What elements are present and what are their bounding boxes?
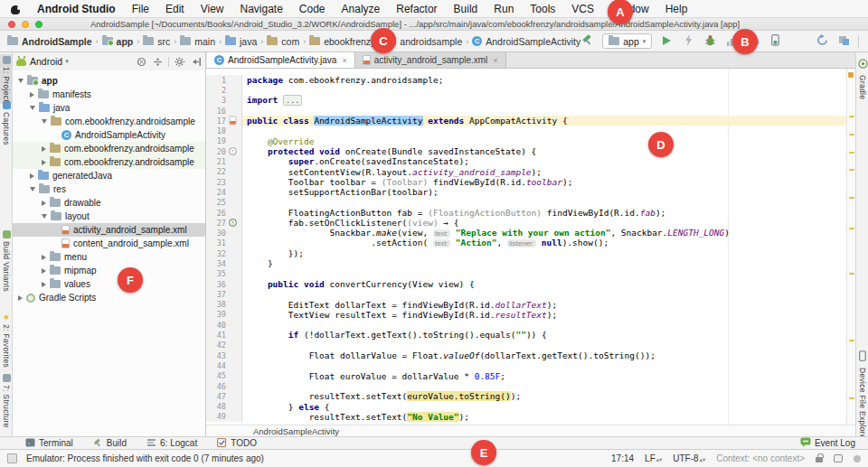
editor-gutter[interactable]: 23 xyxy=(206,177,242,187)
editor-gutter[interactable]: 43 xyxy=(206,350,242,360)
tree-item-activity-android-sample-xml[interactable]: activity_android_sample.xml xyxy=(13,223,205,237)
apple-menu-icon[interactable] xyxy=(11,4,21,14)
editor-gutter[interactable]: 25 xyxy=(206,198,242,208)
menu-item-edit[interactable]: Edit xyxy=(165,3,184,15)
menu-item-tools[interactable]: Tools xyxy=(530,3,555,15)
tree-item-gradle-scripts[interactable]: Gradle Scripts xyxy=(13,291,205,304)
chevron-down-icon[interactable] xyxy=(42,214,47,219)
context-widget[interactable]: Context: <no context> xyxy=(716,453,805,463)
chevron-down-icon[interactable] xyxy=(30,187,35,191)
editor-gutter[interactable]: 35 xyxy=(206,269,242,279)
error-stripe[interactable] xyxy=(846,69,855,425)
line-separator-widget[interactable]: LF▴▾ xyxy=(645,453,662,463)
editor-gutter[interactable]: 37 xyxy=(206,289,242,299)
breadcrumb-item[interactable]: src xyxy=(143,36,170,47)
warning-stripe-mark[interactable] xyxy=(849,228,854,229)
editor-gutter[interactable]: 41 xyxy=(206,330,242,340)
close-icon[interactable]: × xyxy=(342,56,346,65)
tree-item-com-ebookfrenzy-androidsample[interactable]: com.ebookfrenzy.androidsample xyxy=(13,142,205,155)
menu-item-help[interactable]: Help xyxy=(665,3,688,15)
editor-gutter[interactable]: 40 xyxy=(206,320,242,330)
minimize-window-button[interactable] xyxy=(22,21,29,28)
menu-item-navigate[interactable]: Navigate xyxy=(240,3,282,15)
editor-gutter[interactable]: 47 xyxy=(206,391,242,401)
editor-gutter[interactable]: 30 xyxy=(206,228,242,238)
editor-gutter[interactable]: 32 xyxy=(206,248,242,258)
settings-gear-icon[interactable] xyxy=(175,56,185,67)
menu-item-file[interactable]: File xyxy=(132,3,149,15)
chevron-right-icon[interactable] xyxy=(42,282,46,287)
editor-breadcrumb-item[interactable]: AndroidSampleActivity xyxy=(253,426,339,436)
breadcrumb-item[interactable]: AndroidSample xyxy=(7,36,92,47)
inspections-icon[interactable] xyxy=(834,454,843,462)
editor-gutter[interactable]: 26 xyxy=(206,208,242,218)
tree-item-com-ebookfrenzy-androidsample[interactable]: com.ebookfrenzy.androidsample xyxy=(13,115,205,128)
editor-gutter[interactable]: 20↑ xyxy=(206,146,242,156)
chevron-right-icon[interactable] xyxy=(30,92,34,98)
inspection-indicator-icon[interactable] xyxy=(848,72,854,78)
locate-icon[interactable] xyxy=(136,56,146,67)
chevron-down-icon[interactable] xyxy=(42,119,47,124)
editor-gutter[interactable]: 3 xyxy=(206,96,242,106)
tree-item-app[interactable]: app xyxy=(13,74,205,88)
toolwindow-button-6-logcat[interactable]: 6: Logcat xyxy=(146,438,197,449)
run-button[interactable] xyxy=(659,34,674,49)
editor-gutter[interactable]: 21 xyxy=(206,156,242,166)
caret-position-widget[interactable]: 17:14 xyxy=(611,453,634,463)
encoding-widget[interactable]: UTF-8▴▾ xyxy=(673,453,705,463)
editor-gutter[interactable]: 38 xyxy=(206,300,242,310)
apply-changes-button[interactable] xyxy=(681,34,695,49)
tree-item-res[interactable]: res xyxy=(13,182,205,196)
menu-item-vcs[interactable]: VCS xyxy=(571,3,594,15)
editor-gutter[interactable]: 2 xyxy=(206,85,242,95)
editor-gutter[interactable]: 31 xyxy=(206,238,242,248)
editor-gutter[interactable]: 49 xyxy=(206,412,242,422)
toolwindow-button-todo[interactable]: TODO xyxy=(217,438,257,449)
toolwindow-button-build[interactable]: Build xyxy=(93,438,127,449)
menu-item-view[interactable]: View xyxy=(201,3,224,15)
tree-item-drawable[interactable]: drawable xyxy=(13,196,205,210)
tree-item-manifests[interactable]: manifests xyxy=(13,88,205,101)
menu-item-refactor[interactable]: Refactor xyxy=(396,3,437,15)
warning-stripe-mark[interactable] xyxy=(849,169,854,171)
chevron-right-icon[interactable] xyxy=(42,160,46,165)
tree-item-layout[interactable]: layout xyxy=(13,210,205,223)
tree-item-generatedjava[interactable]: generatedJava xyxy=(13,169,205,182)
toolwindow-stripe-2-favorites[interactable]: ★2: Favorites xyxy=(0,313,13,368)
breadcrumb-item[interactable]: main xyxy=(180,36,215,47)
toolwindow-button-terminal[interactable]: ›_Terminal xyxy=(25,438,73,449)
editor-gutter[interactable]: 42 xyxy=(206,341,242,350)
chevron-right-icon[interactable] xyxy=(42,255,46,260)
toolwindow-switcher-icon[interactable] xyxy=(7,453,17,463)
toolwindow-button-event-log[interactable]: Event Log xyxy=(800,437,868,449)
chevron-right-icon[interactable] xyxy=(30,173,34,179)
breadcrumb-item[interactable]: java xyxy=(225,36,257,47)
run-config-dropdown[interactable]: app▾ xyxy=(602,33,652,49)
sync-project-button[interactable] xyxy=(815,34,829,49)
tree-item-mipmap[interactable]: mipmap xyxy=(13,264,205,277)
breadcrumb-item[interactable]: androidsample xyxy=(385,36,462,47)
tab-activity-android-sample-xml[interactable]: activity_android_sample.xml× xyxy=(355,52,506,68)
editor-gutter[interactable]: 1 xyxy=(206,75,242,85)
hide-panel-icon[interactable] xyxy=(191,56,202,67)
chevron-down-icon[interactable] xyxy=(18,79,24,83)
tree-item-com-ebookfrenzy-androidsample[interactable]: com.ebookfrenzy.androidsample xyxy=(13,155,205,169)
chevron-right-icon[interactable] xyxy=(42,201,46,206)
breadcrumb-item[interactable]: app xyxy=(102,36,134,47)
memory-indicator-icon[interactable] xyxy=(854,455,861,462)
chevron-down-icon[interactable] xyxy=(30,106,35,110)
editor-gutter[interactable]: 45 xyxy=(206,371,242,381)
project-view-selector[interactable]: Android xyxy=(30,56,62,67)
menu-item-build[interactable]: Build xyxy=(454,3,478,15)
warning-stripe-mark[interactable] xyxy=(849,116,854,117)
chevron-right-icon[interactable] xyxy=(42,268,46,274)
toolwindow-stripe-1-project[interactable]: 1: Project xyxy=(0,54,13,104)
editor-gutter[interactable]: 34 xyxy=(206,258,242,268)
debug-button[interactable] xyxy=(703,34,717,49)
warning-stripe-mark[interactable] xyxy=(849,397,854,399)
breadcrumb-item[interactable]: CAndroidSampleActivity xyxy=(472,36,580,47)
toolwindow-stripe-gradle[interactable]: Gradle xyxy=(856,56,868,99)
editor-gutter[interactable]: 24 xyxy=(206,187,242,197)
editor-gutter[interactable]: 17 xyxy=(206,116,242,126)
menu-item-analyze[interactable]: Analyze xyxy=(342,3,381,15)
